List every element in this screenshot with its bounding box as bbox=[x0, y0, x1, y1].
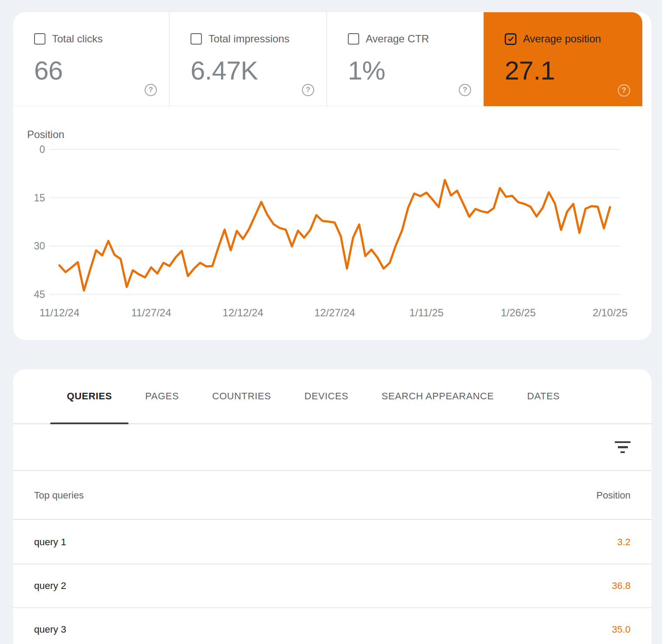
metric-value: 27.1 bbox=[505, 57, 555, 84]
metric-value: 66 bbox=[34, 57, 63, 84]
tab-devices[interactable]: DEVICES bbox=[288, 369, 365, 423]
y-axis-title: Position bbox=[27, 128, 64, 140]
metric-card-average-position[interactable]: Average position 27.1 ? bbox=[484, 12, 642, 106]
table-header-row: Top queries Position bbox=[13, 472, 652, 520]
help-icon[interactable]: ? bbox=[145, 84, 157, 96]
position-cell: 3.2 bbox=[617, 537, 631, 548]
metric-header: Total clicks bbox=[34, 32, 103, 45]
tab-label: COUNTRIES bbox=[212, 391, 271, 402]
checkmark-icon bbox=[507, 35, 515, 43]
metric-label: Average CTR bbox=[366, 33, 429, 45]
table-row[interactable]: query 1 3.2 bbox=[13, 521, 652, 564]
metric-card-total-clicks[interactable]: Total clicks 66 ? bbox=[13, 12, 170, 106]
tab-search-appearance[interactable]: SEARCH APPEARANCE bbox=[365, 369, 510, 423]
y-tick-label: 30 bbox=[34, 240, 45, 252]
metric-cards-row: Total clicks 66 ? Total impressions 6.47… bbox=[13, 12, 642, 106]
dimension-tabs: QUERIES PAGES COUNTRIES DEVICES SEARCH A… bbox=[13, 369, 652, 424]
filter-list-icon bbox=[615, 441, 631, 443]
x-tick-label: 12/12/24 bbox=[222, 307, 263, 319]
performance-chart-card: Total clicks 66 ? Total impressions 6.47… bbox=[13, 12, 652, 340]
x-tick-label: 2/10/25 bbox=[593, 307, 627, 319]
tab-countries[interactable]: COUNTRIES bbox=[195, 369, 288, 423]
query-cell[interactable]: query 2 bbox=[34, 580, 66, 592]
tab-label: SEARCH APPEARANCE bbox=[381, 391, 494, 402]
tab-label: PAGES bbox=[145, 391, 179, 402]
dimensions-table-card: QUERIES PAGES COUNTRIES DEVICES SEARCH A… bbox=[13, 369, 652, 644]
tab-label: QUERIES bbox=[67, 391, 112, 402]
metric-value: 1% bbox=[348, 57, 385, 84]
total-impressions-checkbox[interactable] bbox=[191, 33, 202, 45]
table-row[interactable]: query 2 36.8 bbox=[13, 564, 652, 608]
y-tick-label: 15 bbox=[34, 192, 45, 204]
help-icon[interactable]: ? bbox=[618, 84, 630, 97]
table-row[interactable]: query 3 35.0 bbox=[13, 608, 652, 644]
position-series-line bbox=[59, 180, 610, 291]
tab-queries[interactable]: QUERIES bbox=[50, 369, 128, 423]
average-ctr-checkbox[interactable] bbox=[348, 33, 359, 45]
tab-label: DATES bbox=[527, 391, 560, 402]
metric-label: Average position bbox=[523, 33, 601, 45]
y-tick-label: 45 bbox=[34, 289, 45, 300]
query-cell[interactable]: query 3 bbox=[34, 624, 66, 635]
table-toolbar bbox=[13, 424, 652, 471]
total-clicks-checkbox[interactable] bbox=[34, 33, 45, 45]
metric-card-average-ctr[interactable]: Average CTR 1% ? bbox=[327, 12, 484, 106]
position-cell: 36.8 bbox=[612, 580, 631, 592]
help-icon[interactable]: ? bbox=[459, 84, 471, 96]
position-cell: 35.0 bbox=[612, 624, 631, 635]
tab-dates[interactable]: DATES bbox=[510, 369, 576, 423]
average-position-checkbox[interactable] bbox=[505, 33, 516, 45]
metric-label: Total impressions bbox=[208, 33, 289, 45]
metric-label: Total clicks bbox=[52, 33, 103, 45]
tab-label: DEVICES bbox=[304, 391, 348, 402]
average-position-line-chart: Position015304511/12/2411/27/2412/12/241… bbox=[13, 106, 652, 340]
help-icon[interactable]: ? bbox=[302, 84, 314, 96]
top-queries-column-header[interactable]: Top queries bbox=[34, 490, 84, 501]
metric-header: Average position bbox=[505, 32, 601, 45]
top-queries-table-body: query 1 3.2 query 2 36.8 query 3 35.0 bbox=[13, 521, 652, 644]
tab-pages[interactable]: PAGES bbox=[128, 369, 195, 423]
y-tick-label: 0 bbox=[39, 144, 45, 155]
x-tick-label: 11/27/24 bbox=[131, 307, 171, 319]
position-column-header[interactable]: Position bbox=[596, 490, 631, 501]
filter-button[interactable] bbox=[613, 438, 632, 457]
x-tick-label: 1/11/25 bbox=[409, 307, 444, 319]
metric-card-total-impressions[interactable]: Total impressions 6.47K ? bbox=[170, 12, 327, 106]
metric-value: 6.47K bbox=[191, 57, 258, 84]
x-tick-label: 12/27/24 bbox=[314, 307, 355, 319]
query-cell[interactable]: query 1 bbox=[34, 537, 66, 548]
metric-header: Total impressions bbox=[191, 32, 289, 45]
x-tick-label: 11/12/24 bbox=[39, 307, 80, 319]
metric-header: Average CTR bbox=[348, 32, 429, 45]
x-tick-label: 1/26/25 bbox=[501, 307, 536, 319]
